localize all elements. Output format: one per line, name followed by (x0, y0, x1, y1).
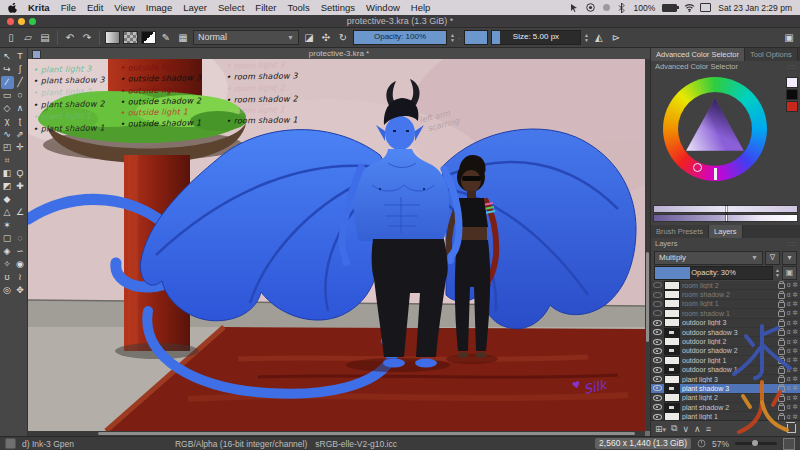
docker-grip-icon[interactable]: ∷∷ (787, 240, 797, 247)
layer-lock-icon[interactable] (778, 311, 785, 317)
lightness-strip[interactable] (653, 205, 798, 213)
brush-editor-button[interactable]: ✎ (159, 31, 173, 45)
move-layer-up-button[interactable]: ∧ (694, 424, 701, 434)
undo-button[interactable]: ↶ (63, 31, 77, 45)
layer-decorations-icon[interactable]: ✲ (793, 394, 798, 402)
layer-lock-icon[interactable] (778, 293, 785, 299)
line-tool[interactable]: ╱ (14, 76, 27, 89)
tab-layers[interactable]: Layers (709, 225, 743, 238)
layer-decorations-icon[interactable]: ✲ (793, 281, 798, 289)
bluetooth-icon[interactable] (618, 3, 627, 12)
size-slider[interactable]: Size: 5.00 px (491, 30, 581, 45)
layer-inherit-alpha-icon[interactable]: α (787, 338, 791, 346)
choose-workspace-button[interactable]: ▣ (782, 31, 796, 45)
layer-row[interactable]: plant shadow 2α✲ (651, 403, 800, 412)
edit-shapes-tool[interactable]: ↪ (1, 63, 14, 76)
menu-select[interactable]: Select (218, 2, 244, 13)
layer-decorations-icon[interactable]: ✲ (793, 384, 798, 392)
status-circle-icon[interactable] (602, 3, 611, 12)
layer-inherit-alpha-icon[interactable]: α (787, 375, 791, 383)
layer-lock-icon[interactable] (778, 377, 785, 383)
layer-inherit-alpha-icon[interactable]: α (787, 281, 791, 289)
layer-row[interactable]: plant light 3α✲ (651, 375, 800, 384)
color-swatch[interactable] (786, 77, 798, 88)
layer-visibility-icon[interactable] (653, 375, 662, 383)
menu-filter[interactable]: Filter (255, 2, 276, 13)
layer-row[interactable]: outdoor shadow 2α✲ (651, 347, 800, 356)
screen-pointer-icon[interactable] (570, 3, 579, 12)
save-document-button[interactable]: ▤ (38, 31, 52, 45)
layer-inherit-alpha-icon[interactable]: α (787, 309, 791, 317)
input-source-icon[interactable] (700, 3, 711, 12)
multibrush-tool[interactable]: ⇗ (14, 128, 27, 141)
layer-inherit-alpha-icon[interactable]: α (787, 319, 791, 327)
eraser-mode-button[interactable]: ◪ (302, 31, 316, 45)
foreground-background-colors[interactable] (141, 31, 156, 44)
canvas-only-mode-button[interactable] (783, 438, 795, 450)
layer-visibility-icon[interactable] (653, 338, 662, 346)
smart-patch-tool[interactable]: ✚ (14, 180, 27, 193)
layer-row[interactable]: room light 2α✲ (651, 281, 800, 290)
layer-lock-icon[interactable] (778, 340, 785, 346)
layer-row[interactable]: outdoor light 1α✲ (651, 356, 800, 365)
mirror-horizontal-button[interactable]: ◭ (592, 31, 606, 45)
layer-decorations-icon[interactable]: ✲ (793, 319, 798, 327)
layer-decorations-icon[interactable]: ✲ (793, 328, 798, 336)
fill-tool[interactable]: ◆ (1, 193, 14, 206)
delete-layer-button[interactable] (787, 424, 796, 433)
apple-icon[interactable] (8, 3, 17, 12)
layer-inherit-alpha-icon[interactable]: α (787, 366, 791, 374)
blending-mode-dropdown[interactable]: Normal ▼ (193, 30, 299, 45)
layer-visibility-icon[interactable] (653, 281, 662, 289)
layer-decorations-icon[interactable]: ✲ (793, 347, 798, 355)
layer-decorations-icon[interactable]: ✲ (793, 403, 798, 411)
zoom-slider[interactable] (735, 442, 777, 445)
layer-decorations-icon[interactable]: ✲ (793, 309, 798, 317)
measure-tool[interactable]: ∠ (14, 206, 27, 219)
magnetic-select-tool[interactable]: ≀ (14, 271, 27, 284)
freehand-brush-tool[interactable]: ∕ (1, 76, 14, 89)
layer-inherit-alpha-icon[interactable]: α (787, 300, 791, 308)
layer-decorations-icon[interactable]: ✲ (793, 300, 798, 308)
layer-lock-icon[interactable] (778, 330, 785, 336)
zoom-tool[interactable]: ◎ (1, 284, 14, 297)
layer-filter-menu-button[interactable]: ▾ (782, 251, 797, 265)
move-tool[interactable]: ✛ (14, 141, 27, 154)
freehand-path-tool[interactable]: ʈ (14, 115, 27, 128)
freehand-select-tool[interactable]: ∽ (14, 245, 27, 258)
reference-images-tool[interactable]: ✶ (1, 219, 14, 232)
layer-lock-icon[interactable] (778, 321, 785, 327)
menu-image[interactable]: Image (146, 2, 172, 13)
layer-row[interactable]: room shadow 1α✲ (651, 309, 800, 318)
add-layer-button[interactable]: ⊞▾ (655, 424, 666, 434)
tab-brush-presets[interactable]: Brush Presets (651, 225, 709, 238)
ellipse-tool[interactable]: ○ (14, 89, 27, 102)
pan-tool[interactable]: ✥ (14, 284, 27, 297)
transform-layer-tool[interactable]: ◰ (1, 141, 14, 154)
hue-ring[interactable] (663, 77, 767, 181)
bezier-curve-tool[interactable]: χ (1, 115, 14, 128)
size-spinner[interactable]: ▲▼ (584, 33, 589, 43)
layer-view-mode-button[interactable]: ▣ (782, 266, 797, 280)
wifi-icon[interactable] (684, 3, 693, 12)
layer-visibility-icon[interactable] (653, 366, 662, 374)
pattern-edit-tool[interactable]: ◩ (1, 180, 14, 193)
wrap-around-button[interactable]: ⊳ (609, 31, 623, 45)
layer-visibility-icon[interactable] (653, 300, 662, 308)
layer-lock-icon[interactable] (778, 349, 785, 355)
menubar-clock[interactable]: Sat 23 Jan 2:29 pm (718, 3, 792, 13)
rectangle-tool[interactable]: ▭ (1, 89, 14, 102)
menu-file[interactable]: File (61, 2, 76, 13)
layer-visibility-icon[interactable] (653, 328, 662, 336)
menu-layer[interactable]: Layer (183, 2, 207, 13)
layer-visibility-icon[interactable] (653, 403, 662, 411)
opacity-slider[interactable]: Opacity: 100% (353, 30, 447, 45)
shade-strip[interactable] (653, 214, 798, 222)
layer-lock-icon[interactable] (778, 405, 785, 411)
menu-help[interactable]: Help (411, 2, 431, 13)
menu-settings[interactable]: Settings (321, 2, 355, 13)
layer-decorations-icon[interactable]: ✲ (793, 375, 798, 383)
crop-tool[interactable]: ⌗ (1, 154, 14, 167)
layer-lock-icon[interactable] (778, 396, 785, 402)
open-document-button[interactable]: ▱ (21, 31, 35, 45)
